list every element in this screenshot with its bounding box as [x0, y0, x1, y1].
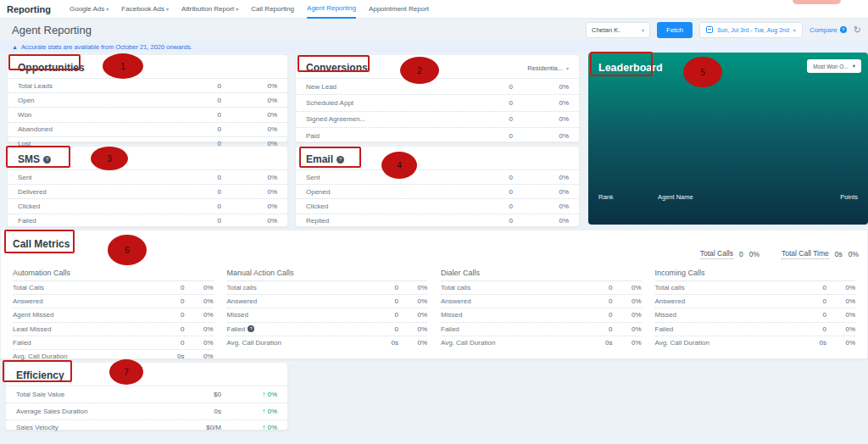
automation-calls-rows: Total Calls00%Answered00%Agent Missed00%…	[13, 280, 214, 363]
metric-label: Failed	[441, 325, 609, 333]
metric-percent: 0%	[613, 284, 642, 291]
metric-label: Opened	[306, 188, 509, 196]
metric-percent: 0%	[513, 132, 569, 140]
metric-percent: 0%	[185, 352, 214, 360]
annotation-circle: 7	[109, 359, 143, 385]
metric-row: Total Sale Value$0↑ 0%	[6, 386, 287, 402]
metric-value: 0s	[820, 339, 826, 347]
metric-label: Total Leads	[18, 82, 218, 90]
annotation-circle: 5	[683, 57, 722, 87]
call-metrics-totals: Total Calls 0 0% Total Call Time 0s 0%	[700, 249, 859, 259]
metric-label: Answered	[13, 297, 181, 305]
metric-percent: 0%	[513, 217, 569, 225]
metric-label: Answered	[227, 297, 395, 305]
metric-row: Won00%	[8, 107, 287, 121]
agent-select[interactable]: Chetan K. ▾	[586, 22, 650, 38]
metric-label: Paid	[306, 132, 509, 140]
metric-label: Missed	[441, 311, 609, 319]
metric-label: Replied	[306, 217, 509, 225]
page-title: Agent Reporting	[12, 24, 92, 36]
metric-row: Total Leads00%	[8, 78, 287, 92]
metric-row: Lead Missed00%	[13, 322, 214, 336]
metric-label: Scheduled Appt	[306, 99, 509, 107]
automation-calls-group: Automation Calls Total Calls00%Answered0…	[13, 269, 214, 363]
metric-row: Avg. Call Duration0s0%	[227, 336, 428, 349]
metric-label: Failed	[655, 325, 823, 333]
conversions-rows: New Lead00%Scheduled Appt00%Signed Agree…	[296, 78, 579, 144]
metric-label: Sales Velocity	[16, 424, 206, 431]
tab-google-ads[interactable]: Google Ads▾	[70, 0, 108, 19]
metric-value: $0/M	[206, 424, 221, 431]
metric-row: Avg. Call Duration0s0%	[655, 336, 856, 349]
metric-label: Abandoned	[18, 125, 218, 133]
total-call-time-value: 0s	[835, 250, 843, 258]
leaderboard-filter-dropdown[interactable]: Most Won O... ▾	[807, 59, 861, 73]
metric-label: Total calls	[441, 284, 609, 291]
metric-label: Avg. Call Duration	[227, 339, 392, 347]
total-call-time-summary: Total Call Time 0s 0%	[782, 249, 859, 259]
metric-label: Avg. Call Duration	[13, 352, 177, 360]
tab-agent-reporting[interactable]: Agent Reporting	[307, 0, 356, 19]
tab-label: Agent Reporting	[307, 4, 356, 12]
metric-row: Avg. Call Duration0s0%	[441, 336, 642, 349]
group-title: Automation Calls	[13, 269, 214, 280]
fetch-button[interactable]: Fetch	[657, 22, 693, 38]
metric-percent: 0%	[221, 203, 277, 210]
filter-value: Residentia...	[527, 64, 563, 72]
metric-percent: 0%	[221, 82, 277, 90]
metric-percent: 0%	[398, 339, 427, 347]
chevron-down-icon: ▾	[566, 65, 569, 71]
metric-row: Clicked00%	[8, 198, 287, 213]
calendar-icon	[706, 26, 713, 33]
metric-percent: ↑ 0%	[221, 391, 277, 398]
chevron-down-icon: ▾	[642, 27, 644, 33]
refresh-icon[interactable]: ↻	[854, 25, 861, 35]
annotation-circle: 2	[400, 57, 439, 84]
metric-label: Failed?	[227, 325, 395, 333]
metric-percent: 0%	[826, 311, 855, 319]
agent-select-value: Chetan K.	[592, 26, 620, 34]
header-controls: Chetan K. ▾ Fetch Sun, Jul 3rd - Tue, Au…	[586, 22, 861, 38]
banner-text: Accurate stats are available from Octobe…	[21, 43, 192, 51]
metric-percent: 0%	[613, 325, 642, 333]
tab-attribution-report[interactable]: Attribution Report▾	[181, 0, 238, 19]
tab-appointment-report[interactable]: Appointment Report	[369, 0, 429, 19]
metric-percent: 0%	[513, 115, 569, 123]
compare-toggle[interactable]: Compare ?	[810, 26, 847, 34]
annotation-circle: 1	[103, 53, 143, 79]
metric-percent: 0%	[221, 174, 277, 181]
total-call-time-label: Total Call Time	[782, 249, 829, 259]
metric-percent: 0%	[398, 297, 427, 305]
clipped-red-button[interactable]	[793, 0, 841, 4]
total-calls-value: 0	[739, 250, 743, 258]
metric-percent: 0%	[826, 325, 855, 333]
efficiency-rows: Total Sale Value$0↑ 0%Average Sales Dura…	[6, 386, 287, 436]
up-arrow-icon: ↑	[262, 408, 265, 415]
metric-row: Answered00%	[441, 294, 642, 308]
annotation-circle: 6	[108, 235, 147, 265]
help-icon: ?	[840, 26, 847, 33]
info-icon[interactable]: ?	[248, 325, 254, 332]
metric-label: Answered	[655, 297, 823, 305]
chevron-down-icon: ▾	[166, 6, 169, 12]
metric-label: Total Calls	[13, 284, 181, 291]
conversions-filter-dropdown[interactable]: Residentia... ▾	[527, 64, 569, 72]
metric-percent: ↑ 0%	[221, 408, 277, 415]
metric-row: Paid00%	[296, 127, 579, 143]
metric-row: Total Calls00%	[13, 280, 214, 294]
metric-row: Total calls00%	[227, 280, 428, 294]
metric-label: Missed	[655, 311, 823, 319]
call-metrics-groups: Automation Calls Total Calls00%Answered0…	[1, 269, 867, 363]
metric-row: Sent00%	[8, 169, 287, 184]
tab-label: Appointment Report	[369, 5, 429, 13]
page-header: Agent Reporting Chetan K. ▾ Fetch Sun, J…	[0, 19, 868, 41]
annotation-box	[8, 54, 81, 70]
filter-value: Most Won O...	[813, 64, 848, 69]
tab-facebook-ads[interactable]: Facebook Ads▾	[121, 0, 169, 19]
tab-call-reporting[interactable]: Call Reporting	[251, 0, 294, 19]
tab-label: Call Reporting	[251, 5, 294, 13]
metric-percent: 0%	[513, 99, 569, 107]
metric-percent: 0%	[185, 284, 214, 291]
date-range-picker[interactable]: Sun, Jul 3rd - Tue, Aug 2nd ▾	[699, 22, 803, 38]
metric-row: Abandoned00%	[8, 122, 287, 136]
